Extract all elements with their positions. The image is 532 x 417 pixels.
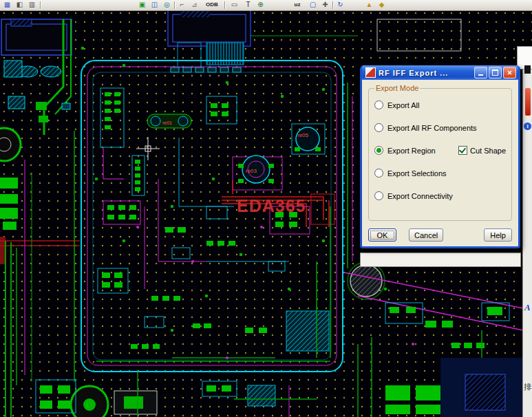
export-all-label[interactable]: Export All — [387, 101, 419, 109]
component-label-re05: re05 — [297, 132, 309, 138]
export-connectivity-radio[interactable] — [374, 191, 383, 200]
via-icon[interactable]: ◎ — [161, 0, 173, 10]
dialog-body: Export Mode Export All Export All RF Com… — [362, 80, 518, 246]
pcb-editor-window: re01 re03 re05 EDA365 ▦ ◧ ▥ ▣ ◫ ◎ ⌐ ⊿ OD… — [0, 0, 532, 417]
dialog-icon — [365, 67, 376, 78]
maximize-icon — [492, 70, 498, 76]
layers-icon[interactable]: ◫ — [149, 0, 160, 10]
export-mode-group: Export Mode Export All Export All RF Com… — [368, 84, 512, 221]
export-mode-label: Export Mode — [374, 84, 420, 92]
uz-icon[interactable]: uz — [289, 0, 306, 10]
watermark-text: EDA365 — [237, 196, 306, 215]
pan-icon[interactable]: ✚ — [319, 0, 331, 10]
cjk-panel-label: 排 — [524, 382, 531, 392]
option-row-export-connectivity: Export Connectivity — [374, 184, 506, 207]
option-row-export-selections: Export Selections — [374, 162, 506, 184]
ok-button[interactable]: OK — [368, 228, 396, 242]
warning-icon[interactable]: ▲ — [363, 0, 375, 10]
split-view-icon[interactable]: ◧ — [14, 0, 25, 10]
rf-iff-export-dialog: RF IFF Export ... Export Mode Export All… — [360, 65, 520, 248]
export-all-rf-radio[interactable] — [374, 123, 383, 132]
info-icon[interactable]: i — [524, 122, 531, 130]
odb-export-icon[interactable]: ODB — [204, 0, 220, 10]
cancel-button[interactable]: Cancel — [409, 228, 443, 242]
right-dock-panel: i A 排 — [522, 46, 532, 417]
dialog-titlebar[interactable]: RF IFF Export ... — [362, 65, 518, 80]
cut-shape-checkbox[interactable] — [458, 146, 467, 155]
component-label-re03: re03 — [246, 168, 257, 174]
option-row-export-all: Export All — [374, 94, 506, 116]
text-style-icon[interactable]: A — [524, 302, 531, 313]
minimize-icon — [478, 74, 483, 76]
minimize-button[interactable] — [474, 67, 487, 78]
option-row-export-all-rf: Export All RF Components — [374, 116, 506, 139]
dialog-button-row: OK Cancel Help — [368, 228, 512, 242]
background-window-edge — [360, 253, 521, 267]
component-icon[interactable]: ▣ — [136, 0, 148, 10]
export-region-label[interactable]: Export Region — [387, 147, 436, 155]
fit-view-icon[interactable]: ▢ — [307, 0, 319, 10]
maximize-button[interactable] — [489, 67, 502, 78]
top-toolbar: ▦ ◧ ▥ ▣ ◫ ◎ ⌐ ⊿ ODB ▭ T ⊕ uz ▢ ✚ ↻ ▲ ◆ — [0, 0, 532, 11]
option-row-export-region: Export Region Cut Shape — [374, 139, 506, 162]
zoom-in-icon[interactable]: ⊕ — [255, 0, 266, 10]
dock-grip-icon[interactable] — [524, 65, 531, 74]
close-button[interactable] — [503, 67, 516, 78]
route-icon[interactable]: ⌐ — [176, 0, 188, 10]
cut-shape-label[interactable]: Cut Shape — [470, 147, 506, 155]
export-all-rf-label[interactable]: Export All RF Components — [387, 124, 477, 132]
help-button[interactable]: Help — [484, 228, 512, 242]
gem-icon[interactable]: ◆ — [376, 0, 387, 10]
export-connectivity-label[interactable]: Export Connectivity — [387, 192, 453, 200]
export-region-radio[interactable] — [374, 146, 383, 155]
polygon-icon[interactable]: ▭ — [228, 0, 240, 10]
toolbar-separator — [174, 1, 175, 9]
dialog-title: RF IFF Export ... — [379, 69, 473, 77]
measure-icon[interactable]: ⊿ — [189, 0, 200, 10]
dock-panel-icon[interactable]: ▥ — [26, 0, 38, 10]
toolbar-separator — [332, 1, 334, 9]
component-label-re01: re01 — [162, 120, 172, 125]
export-selections-radio[interactable] — [374, 169, 383, 178]
text-tool-icon[interactable]: T — [242, 0, 254, 10]
export-all-radio[interactable] — [374, 100, 383, 109]
toolbar-separator — [40, 1, 41, 9]
cut-shape-option: Cut Shape — [458, 146, 506, 155]
toolbar-separator — [224, 1, 226, 9]
app-window-icon[interactable]: ▦ — [1, 0, 13, 10]
red-bookmark-icon[interactable] — [525, 88, 531, 116]
refresh-icon[interactable]: ↻ — [334, 0, 346, 10]
export-selections-label[interactable]: Export Selections — [387, 169, 447, 178]
